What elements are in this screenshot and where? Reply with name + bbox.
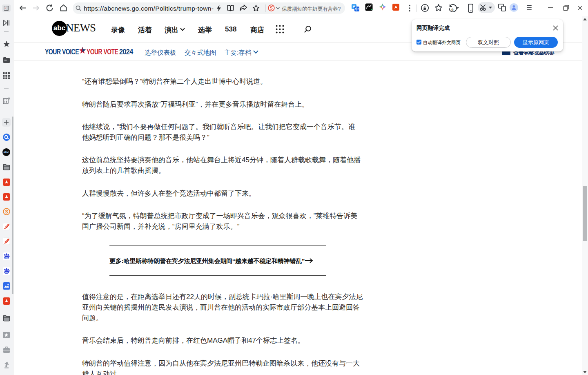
svg-text:du: du <box>5 257 8 259</box>
svg-text:9: 9 <box>452 8 454 12</box>
svg-text:du: du <box>5 271 8 274</box>
svg-text:中: 中 <box>355 7 359 11</box>
